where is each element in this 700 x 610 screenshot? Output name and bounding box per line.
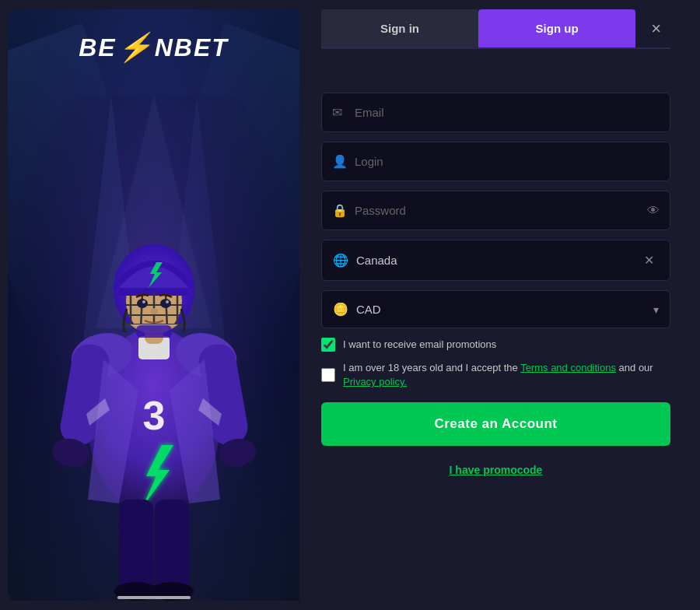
user-icon: 👤	[332, 154, 348, 169]
svg-point-34	[142, 300, 145, 303]
svg-rect-15	[155, 500, 189, 593]
signup-form: ✉ 👤 🔒 👁 🌐 Canada ✕ 🪙	[321, 68, 670, 585]
promo-link[interactable]: I have promocode	[450, 464, 543, 476]
signin-tab[interactable]: Sign in	[321, 9, 478, 47]
clear-country-icon[interactable]: ✕	[639, 251, 659, 269]
password-field-group: 🔒 👁	[321, 191, 670, 230]
modal-container: BE⚡NBET	[8, 9, 692, 601]
terms-label-and: and our	[616, 362, 653, 373]
login-field-group: 👤	[321, 142, 670, 181]
player-figure: 3	[18, 95, 290, 601]
terms-link[interactable]: Terms and conditions	[520, 362, 616, 373]
logo-text-nbet: NBET	[155, 33, 229, 62]
email-icon: ✉	[332, 105, 342, 120]
coin-icon: 🪙	[333, 302, 348, 317]
password-input[interactable]	[321, 191, 670, 230]
logo-text-be: BE	[79, 33, 116, 62]
signup-tab[interactable]: Sign up	[478, 9, 635, 47]
lock-icon: 🔒	[332, 203, 348, 218]
svg-rect-18	[117, 596, 155, 599]
country-value: Canada	[356, 254, 639, 267]
promo-link-container: I have promocode	[321, 463, 670, 477]
svg-point-35	[166, 300, 169, 303]
terms-label-before: I am over 18 years old and I accept the	[343, 362, 520, 373]
terms-label[interactable]: I am over 18 years old and I accept the …	[343, 361, 670, 389]
svg-point-32	[137, 299, 148, 308]
chevron-down-icon: ▾	[653, 303, 659, 316]
email-promotions-checkbox[interactable]	[321, 338, 335, 352]
globe-icon: 🌐	[333, 253, 348, 268]
svg-rect-37	[136, 325, 172, 338]
email-promotions-label[interactable]: I want to receive email promotions	[343, 338, 496, 352]
svg-rect-14	[119, 500, 153, 593]
terms-checkbox-row: I am over 18 years old and I accept the …	[321, 361, 670, 389]
privacy-link[interactable]: Privacy policy.	[343, 376, 407, 387]
right-panel: Sign in Sign up × ✉ 👤 🔒 👁	[299, 9, 692, 601]
tab-group: Sign in Sign up	[321, 9, 635, 47]
email-field-group: ✉	[321, 93, 670, 132]
email-promotions-checkbox-row: I want to receive email promotions	[321, 338, 670, 352]
svg-rect-19	[153, 596, 191, 599]
terms-checkbox[interactable]	[321, 368, 335, 382]
currency-value: CAD	[356, 303, 653, 316]
logo-bolt-icon: ⚡	[117, 31, 154, 64]
svg-point-33	[160, 299, 171, 308]
tabs-container: Sign in Sign up ×	[321, 9, 670, 49]
create-account-button[interactable]: Create an Account	[321, 402, 670, 446]
svg-point-36	[150, 308, 158, 314]
logo: BE⚡NBET	[79, 31, 229, 64]
left-panel: BE⚡NBET	[8, 9, 299, 601]
toggle-password-icon[interactable]: 👁	[647, 204, 660, 218]
close-button[interactable]: ×	[642, 12, 670, 45]
email-input[interactable]	[321, 93, 670, 132]
svg-text:3: 3	[142, 393, 165, 438]
login-input[interactable]	[321, 142, 670, 181]
currency-select[interactable]: 🪙 CAD ▾	[321, 290, 670, 328]
spacer	[321, 68, 670, 83]
country-select[interactable]: 🌐 Canada ✕	[321, 240, 670, 281]
